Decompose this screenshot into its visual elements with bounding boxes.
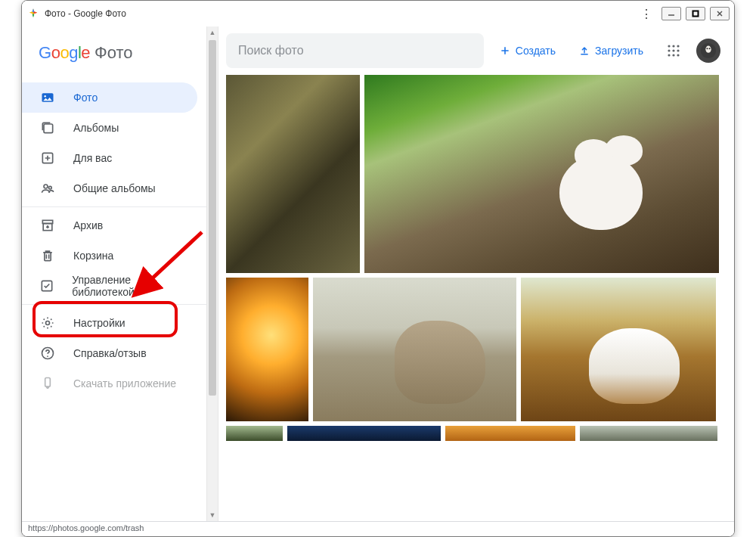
photo-tile[interactable] [364, 75, 719, 273]
sidebar-item-photos[interactable]: Фото [22, 82, 197, 113]
upload-icon [578, 45, 590, 57]
svg-point-10 [44, 185, 48, 188]
sidebar-scrollbar[interactable]: ▲ ▼ [206, 26, 218, 521]
nav-group-secondary: Архив Корзина Управление библиотекой [22, 207, 206, 305]
shared-icon [39, 179, 57, 197]
settings-icon [39, 314, 57, 332]
photo-tile[interactable] [287, 426, 441, 441]
svg-point-30 [677, 49, 679, 51]
google-wordmark: Google [39, 43, 90, 63]
svg-point-11 [49, 186, 52, 189]
sidebar-item-label: Фото [73, 92, 98, 104]
status-bar: https://photos.google.com/trash [22, 521, 734, 536]
nav-group-tertiary: Настройки Справка/отзыв Скачать приложен… [22, 305, 206, 402]
svg-rect-6 [44, 124, 53, 133]
svg-point-35 [705, 46, 711, 53]
sidebar-item-archive[interactable]: Архив [22, 210, 197, 241]
sidebar-item-label: Справка/отзыв [73, 347, 147, 359]
photo-grid [218, 75, 734, 441]
main-panel: Создать Загрузить [218, 26, 734, 521]
svg-point-37 [709, 48, 711, 49]
photo-tile[interactable] [580, 426, 717, 441]
scroll-up-arrow[interactable]: ▲ [207, 26, 218, 39]
upload-label: Загрузить [595, 45, 643, 57]
svg-point-36 [706, 48, 708, 49]
more-menu-button[interactable]: ⋮ [637, 7, 655, 21]
svg-point-5 [44, 95, 46, 97]
sidebar-item-label: Для вас [73, 152, 112, 164]
maximize-button[interactable] [686, 7, 705, 20]
sidebar-item-library[interactable]: Управление библиотекой [22, 271, 197, 301]
sidebar-item-label: Управление библиотекой [72, 274, 187, 298]
svg-point-33 [677, 54, 679, 56]
plus-icon [499, 45, 511, 57]
svg-point-18 [46, 321, 50, 325]
app-icon [26, 7, 40, 20]
sidebar-item-label: Архив [73, 219, 103, 231]
photo-tile[interactable] [226, 75, 360, 273]
photo-row [226, 75, 734, 273]
photo-icon [39, 88, 57, 107]
sidebar: Google Фото Фото Альбомы Для вас [22, 26, 206, 521]
close-button[interactable] [710, 7, 730, 20]
scroll-down-arrow[interactable]: ▼ [207, 509, 218, 521]
sidebar-item-shared[interactable]: Общие альбомы [22, 173, 197, 203]
archive-icon [39, 216, 57, 234]
photo-row [226, 426, 734, 441]
photo-tile[interactable] [313, 278, 516, 421]
product-name: Фото [94, 43, 133, 63]
photo-tile[interactable] [521, 278, 716, 421]
window-title: Фото - Google Фото [45, 8, 126, 19]
sidebar-item-label: Общие альбомы [73, 182, 156, 194]
sidebar-item-label: Скачать приложение [73, 377, 176, 390]
photo-tile[interactable] [226, 426, 283, 441]
for-you-icon [39, 149, 57, 167]
svg-point-26 [672, 45, 674, 47]
content-area: Google Фото Фото Альбомы Для вас [22, 26, 734, 521]
help-icon [39, 344, 57, 362]
topbar: Создать Загрузить [218, 26, 734, 75]
sidebar-item-settings[interactable]: Настройки [22, 308, 197, 338]
svg-rect-14 [45, 253, 51, 261]
window-controls [662, 7, 730, 20]
create-label: Создать [516, 45, 556, 57]
upload-button[interactable]: Загрузить [571, 37, 651, 64]
logo[interactable]: Google Фото [22, 43, 206, 79]
sidebar-item-albums[interactable]: Альбомы [22, 113, 197, 143]
sidebar-item-label: Альбомы [73, 122, 119, 134]
sidebar-item-download-app[interactable]: Скачать приложение [22, 368, 197, 399]
svg-point-31 [668, 54, 670, 56]
app-window: Фото - Google Фото ⋮ Google Фото Фото [21, 0, 735, 537]
search-box[interactable] [226, 33, 484, 68]
apps-grid-button[interactable] [658, 36, 689, 66]
trash-icon [39, 247, 57, 265]
titlebar: Фото - Google Фото ⋮ [22, 1, 734, 26]
scroll-thumb[interactable] [209, 40, 216, 396]
nav-group-primary: Фото Альбомы Для вас Общие альбомы [22, 79, 206, 207]
library-icon [39, 277, 55, 295]
sidebar-item-for-you[interactable]: Для вас [22, 143, 197, 173]
download-app-icon [39, 374, 57, 393]
svg-point-32 [672, 54, 674, 56]
minimize-button[interactable] [662, 7, 681, 20]
sidebar-item-trash[interactable]: Корзина [22, 241, 197, 271]
photo-tile[interactable] [226, 278, 308, 421]
svg-point-27 [677, 45, 679, 47]
svg-rect-21 [45, 378, 51, 387]
albums-icon [39, 119, 57, 137]
photo-tile[interactable] [445, 426, 575, 441]
svg-point-28 [668, 49, 670, 51]
photo-row [226, 278, 734, 421]
svg-point-20 [47, 355, 48, 357]
svg-point-29 [672, 49, 674, 51]
status-url: https://photos.google.com/trash [28, 523, 144, 532]
svg-point-25 [668, 45, 670, 47]
svg-rect-1 [693, 11, 699, 17]
create-button[interactable]: Создать [491, 37, 563, 64]
search-input[interactable] [237, 43, 473, 58]
sidebar-item-label: Корзина [73, 250, 113, 262]
sidebar-item-help[interactable]: Справка/отзыв [22, 338, 197, 368]
account-avatar[interactable] [696, 39, 720, 63]
sidebar-item-label: Настройки [73, 317, 125, 329]
